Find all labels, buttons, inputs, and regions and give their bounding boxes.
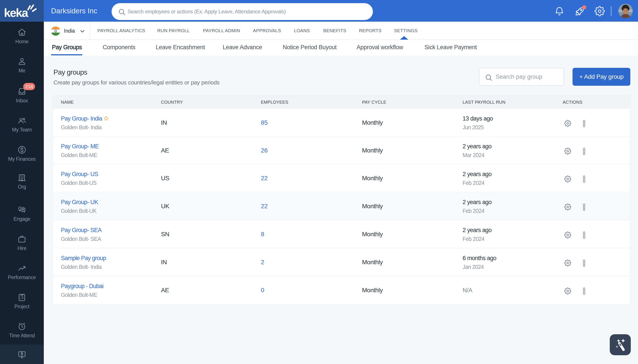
svg-text:keka: keka	[4, 6, 29, 19]
